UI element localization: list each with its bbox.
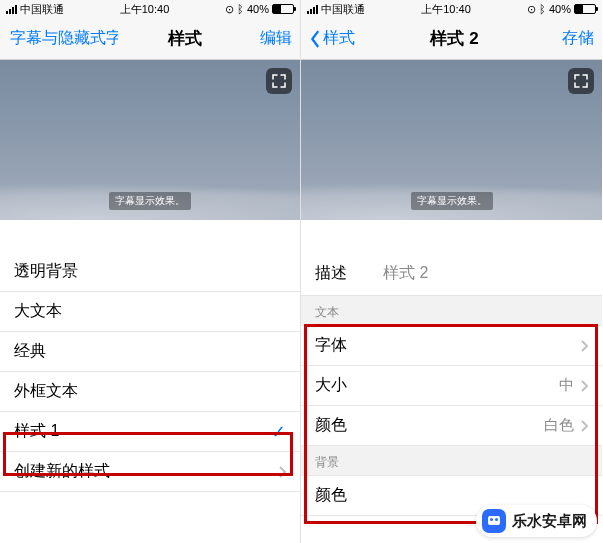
description-row[interactable]: 描述 样式 2 [301,252,602,296]
section-header-background: 背景 [301,446,602,476]
bluetooth-icon: ᛒ [237,3,244,15]
back-label: 样式 [323,28,355,49]
row-label: 样式 1 [14,421,59,442]
row-label: 大文本 [14,301,62,322]
signal-icon [6,5,17,14]
watermark-text: 乐水安卓网 [512,512,587,531]
back-button[interactable]: 字幕与隐藏式字幕 [8,28,118,49]
bluetooth-icon: ᛒ [539,3,546,15]
row-label: 外框文本 [14,381,78,402]
battery-label: 40% [247,3,269,15]
battery-icon [272,4,294,14]
row-label: 颜色 [315,415,347,436]
expand-icon [574,74,588,88]
description-key: 描述 [315,263,347,284]
caption-preview: 字幕显示效果。 [301,60,602,220]
expand-button[interactable] [266,68,292,94]
description-value: 样式 2 [383,263,428,284]
size-row[interactable]: 大小 中 [301,366,602,406]
style-row-outline-text[interactable]: 外框文本 [0,372,300,412]
watermark-logo-icon [482,509,506,533]
alarm-icon: ⊙ [225,3,234,16]
phone-right: 中国联通 上午10:40 ⊙ ᛒ 40% 样式 样式 2 存储 [301,0,602,543]
row-label: 透明背景 [14,261,78,282]
chevron-right-icon [580,340,588,352]
font-row[interactable]: 字体 [301,326,602,366]
caption-sample: 字幕显示效果。 [411,192,493,210]
status-bar: 中国联通 上午10:40 ⊙ ᛒ 40% [301,0,602,18]
back-button[interactable]: 样式 [309,28,355,49]
back-label: 字幕与隐藏式字幕 [10,28,118,49]
expand-icon [272,74,286,88]
chevron-right-icon [580,420,588,432]
section-header-text: 文本 [301,296,602,326]
style-row-transparent-bg[interactable]: 透明背景 [0,252,300,292]
row-label: 颜色 [315,485,347,506]
caption-sample: 字幕显示效果。 [109,192,191,210]
text-color-row[interactable]: 颜色 白色 [301,406,602,446]
row-label: 经典 [14,341,46,362]
style-list: 透明背景 大文本 经典 外框文本 样式 1 ✓ 创建新的样式... [0,252,300,492]
signal-icon [307,5,318,14]
clock-label: 上午10:40 [421,2,471,17]
save-button[interactable]: 存储 [554,28,594,49]
row-label: 大小 [315,375,347,396]
style-row-classic[interactable]: 经典 [0,332,300,372]
row-value: 中 [559,376,574,395]
nav-title: 样式 [118,27,252,50]
style-row-style1[interactable]: 样式 1 ✓ [0,412,300,452]
chevron-left-icon [309,30,321,48]
chevron-right-icon [278,466,286,478]
caption-preview: 字幕显示效果。 [0,60,300,220]
nav-bar: 字幕与隐藏式字幕 样式 编辑 [0,18,300,60]
carrier-label: 中国联通 [321,2,365,17]
nav-bar: 样式 样式 2 存储 [301,18,602,60]
expand-button[interactable] [568,68,594,94]
phone-left: 中国联通 上午10:40 ⊙ ᛒ 40% 字幕与隐藏式字幕 样式 编辑 [0,0,301,543]
nav-title: 样式 2 [355,27,554,50]
edit-button[interactable]: 编辑 [252,28,292,49]
row-label: 创建新的样式... [14,461,123,482]
carrier-label: 中国联通 [20,2,64,17]
clock-label: 上午10:40 [120,2,170,17]
checkmark-icon: ✓ [271,421,286,443]
row-value: 白色 [544,416,574,435]
status-bar: 中国联通 上午10:40 ⊙ ᛒ 40% [0,0,300,18]
alarm-icon: ⊙ [527,3,536,16]
create-new-style-row[interactable]: 创建新的样式... [0,452,300,492]
row-label: 字体 [315,335,347,356]
style-row-large-text[interactable]: 大文本 [0,292,300,332]
battery-label: 40% [549,3,571,15]
chevron-right-icon [580,380,588,392]
watermark: 乐水安卓网 [476,505,597,537]
battery-icon [574,4,596,14]
